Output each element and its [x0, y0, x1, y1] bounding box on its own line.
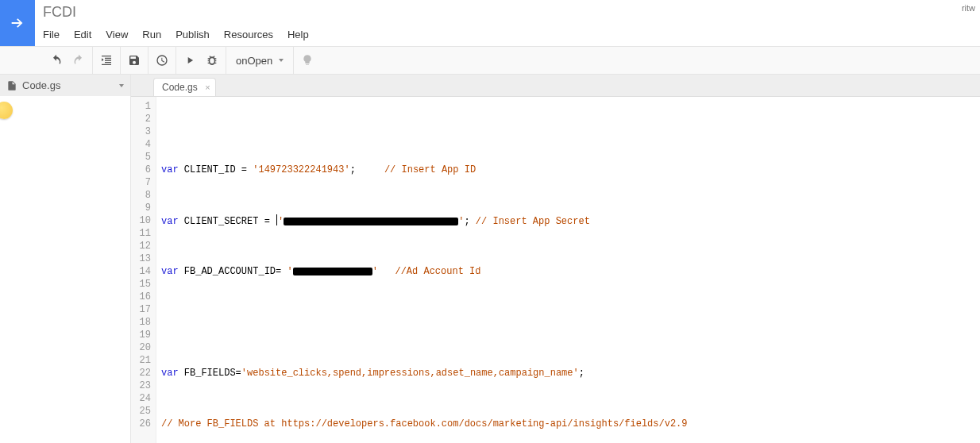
arrow-right-icon	[9, 14, 26, 32]
save-icon	[128, 54, 141, 67]
chevron-down-icon	[119, 84, 124, 87]
indent-button[interactable]	[99, 53, 114, 67]
sidebar-file-label: Code.gs	[22, 79, 60, 91]
bug-icon	[206, 54, 218, 67]
undo-button[interactable]	[49, 53, 64, 67]
sidebar-file-codegs[interactable]: Code.gs	[0, 75, 130, 96]
redacted-secret	[284, 218, 458, 225]
toolbar: onOpen	[0, 46, 980, 75]
save-button[interactable]	[127, 53, 141, 67]
code-editor[interactable]: 1234567891011121314151617181920212223242…	[131, 97, 980, 443]
indent-icon	[100, 54, 113, 67]
undo-icon	[50, 54, 63, 67]
app-logo	[0, 0, 35, 46]
help-lightbulb[interactable]	[300, 53, 314, 67]
editor-tab-label: Code.gs	[162, 82, 198, 93]
triggers-button[interactable]	[155, 53, 169, 67]
file-icon	[6, 80, 17, 91]
redacted-account-id	[293, 268, 372, 275]
menu-bar: File Edit View Run Publish Resources Hel…	[43, 21, 980, 40]
menu-edit[interactable]: Edit	[74, 29, 91, 40]
function-select[interactable]: onOpen	[233, 55, 287, 67]
editor-tabstrip: Code.gs ×	[131, 75, 980, 97]
menu-publish[interactable]: Publish	[176, 29, 210, 40]
text-cursor	[276, 214, 277, 225]
redo-button[interactable]	[71, 53, 86, 67]
menu-help[interactable]: Help	[287, 29, 309, 40]
debug-button[interactable]	[205, 53, 219, 67]
clock-icon	[156, 54, 168, 67]
project-sidebar: Code.gs	[0, 75, 131, 443]
run-button[interactable]	[183, 53, 197, 67]
project-title[interactable]: FCDI	[43, 0, 980, 21]
decorative-blob	[0, 102, 13, 119]
close-icon[interactable]: ×	[205, 83, 210, 92]
play-icon	[184, 55, 195, 66]
editor-tab-codegs[interactable]: Code.gs ×	[153, 78, 216, 96]
menu-view[interactable]: View	[106, 29, 128, 40]
lightbulb-icon	[301, 54, 314, 67]
menu-run[interactable]: Run	[142, 29, 161, 40]
user-name[interactable]: ritw	[962, 3, 975, 13]
menu-file[interactable]: File	[43, 29, 60, 40]
redo-icon	[72, 54, 85, 67]
code-area[interactable]: var CLIENT_ID = '149723322241943'; // In…	[156, 97, 980, 443]
menu-resources[interactable]: Resources	[224, 29, 273, 40]
line-gutter: 1234567891011121314151617181920212223242…	[131, 97, 156, 443]
